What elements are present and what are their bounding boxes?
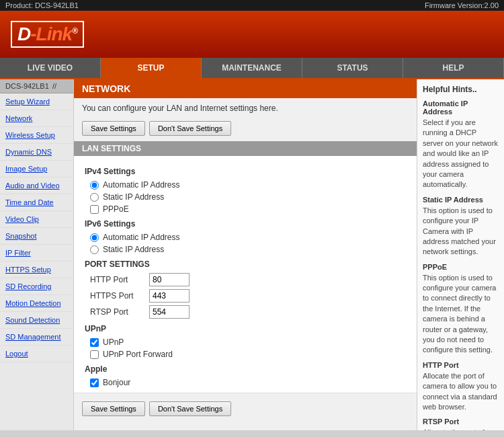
ipv6-static-label: Static IP Address (103, 245, 164, 254)
ipv4-auto-radio[interactable] (90, 181, 99, 190)
ipv4-options: Automatic IP Address Static IP Address P… (85, 180, 406, 214)
port-table: HTTP Port HTTPS Port RTSP Port (85, 273, 406, 319)
firmware-label: Firmware Version:2.00 (425, 1, 499, 9)
upnp-label: UPnP (103, 337, 124, 347)
sidebar-item-audio-and-video[interactable]: Audio and Video (0, 177, 73, 194)
sidebar-item-image-setup[interactable]: Image Setup (0, 161, 73, 177)
http-port-label: HTTP Port (90, 275, 144, 284)
ipv6-title: IPv6 Settings (85, 219, 406, 229)
upnp-port-forward-label: UPnP Port Forward (103, 350, 173, 359)
logo-tm: ® (72, 26, 77, 36)
sidebar-item-sound-detection[interactable]: Sound Detection (0, 312, 73, 329)
dont-save-settings-top[interactable]: Don't Save Settings (149, 121, 231, 136)
help-auto-ip-title: Automatic IP Address (423, 100, 499, 116)
content-header: NETWORK (74, 79, 417, 98)
logo: D-Link® (11, 21, 84, 48)
sidebar-item-sd-recording[interactable]: SD Recording (0, 278, 73, 295)
port-settings-title: PORT SETTINGS (85, 260, 406, 269)
upnp-port-forward-checkbox[interactable] (90, 350, 99, 359)
upnp-title: UPnP (85, 324, 406, 333)
nav-tabs: LIVE VIDEO SETUP MAINTENANCE STATUS HELP (0, 58, 504, 79)
sidebar-item-logout[interactable]: Logout (0, 346, 73, 362)
help-auto-ip-text: Select if you are running a DHCP server … (423, 118, 499, 190)
sidebar: DCS-942LB1 // Setup Wizard Network Wirel… (0, 79, 74, 430)
upnp-port-forward-option[interactable]: UPnP Port Forward (90, 350, 406, 359)
rtsp-port-row: RTSP Port (90, 305, 406, 319)
help-pppoe-text: This option is used to configure your ca… (423, 273, 499, 356)
ipv6-static-radio[interactable] (90, 245, 99, 254)
bonjour-label: Bonjour (103, 378, 130, 387)
sidebar-item-https-setup[interactable]: HTTPS Setup (0, 262, 73, 278)
sidebar-item-setup-wizard[interactable]: Setup Wizard (0, 93, 73, 110)
sidebar-item-time-and-date[interactable]: Time and Date (0, 194, 73, 211)
apple-title: Apple (85, 364, 406, 374)
logo-d: D (17, 24, 30, 44)
help-static-ip-title: Static IP Address (423, 196, 499, 204)
tab-maintenance[interactable]: MAINTENANCE (202, 58, 302, 78)
tab-setup[interactable]: SETUP (101, 58, 202, 78)
tab-live-video[interactable]: LIVE VIDEO (0, 58, 101, 78)
ipv4-auto-option[interactable]: Automatic IP Address (90, 180, 406, 190)
bonjour-option[interactable]: Bonjour (90, 378, 406, 387)
tab-help[interactable]: HELP (403, 58, 504, 78)
help-http-port-text: Allocate the port of camera to allow you… (423, 371, 499, 413)
http-port-input[interactable] (149, 273, 190, 286)
ipv4-pppoe-option[interactable]: PPPoE (90, 204, 406, 214)
ipv6-options: Automatic IP Address Static IP Address (85, 233, 406, 254)
apple-options: Bonjour (85, 378, 406, 387)
top-button-row: Save Settings Don't Save Settings (74, 118, 417, 141)
ipv6-auto-radio[interactable] (90, 233, 99, 242)
sidebar-item-ip-filter[interactable]: IP Filter (0, 245, 73, 262)
upnp-checkbox[interactable] (90, 338, 99, 347)
rtsp-port-label: RTSP Port (90, 307, 144, 317)
https-port-input[interactable] (149, 289, 190, 303)
sidebar-item-sd-management[interactable]: SD Management (0, 329, 73, 346)
ipv4-pppoe-label: PPPoE (103, 204, 129, 214)
http-port-row: HTTP Port (90, 273, 406, 286)
ipv4-auto-label: Automatic IP Address (103, 180, 180, 190)
tab-status[interactable]: STATUS (302, 58, 403, 78)
help-panel: Helpful Hints.. Automatic IP Address Sel… (417, 79, 504, 430)
https-port-row: HTTPS Port (90, 289, 406, 303)
product-label: Product: DCS-942LB1 (5, 1, 79, 9)
help-rtsp-port-text: Allocate the port of camera to allow you… (423, 428, 499, 430)
ipv4-static-label: Static IP Address (103, 192, 164, 202)
help-static-ip-text: This option is used to configure your IP… (423, 206, 499, 257)
rtsp-port-input[interactable] (149, 305, 190, 319)
upnp-options: UPnP UPnP Port Forward (85, 337, 406, 359)
bonjour-checkbox[interactable] (90, 379, 99, 387)
sidebar-item-snapshot[interactable]: Snapshot (0, 228, 73, 245)
help-pppoe-title: PPPoE (423, 263, 499, 271)
ipv6-static-option[interactable]: Static IP Address (90, 245, 406, 254)
lan-settings-content: IPv4 Settings Automatic IP Address Stati… (74, 156, 417, 393)
dont-save-settings-bottom[interactable]: Don't Save Settings (149, 401, 231, 416)
upnp-option[interactable]: UPnP (90, 337, 406, 347)
main-layout: DCS-942LB1 // Setup Wizard Network Wirel… (0, 79, 504, 430)
logo-link: -Link (30, 24, 72, 44)
help-title: Helpful Hints.. (423, 85, 499, 94)
bottom-button-row: Save Settings Don't Save Settings (74, 399, 417, 422)
ipv4-static-radio[interactable] (90, 193, 99, 202)
sidebar-item-motion-detection[interactable]: Motion Detection (0, 295, 73, 312)
top-bar: Product: DCS-942LB1 Firmware Version:2.0… (0, 0, 504, 11)
ipv6-auto-label: Automatic IP Address (103, 233, 180, 242)
content-description: You can configure your LAN and Internet … (74, 98, 417, 118)
header: D-Link® (0, 11, 504, 58)
https-port-label: HTTPS Port (90, 291, 144, 301)
sidebar-crumb: DCS-942LB1 // (0, 79, 73, 93)
sidebar-item-dynamic-dns[interactable]: Dynamic DNS (0, 144, 73, 161)
help-http-port-title: HTTP Port (423, 361, 499, 369)
ipv4-pppoe-checkbox[interactable] (90, 205, 99, 214)
ipv4-title: IPv4 Settings (85, 167, 406, 176)
ipv6-auto-option[interactable]: Automatic IP Address (90, 233, 406, 242)
content-area: NETWORK You can configure your LAN and I… (74, 79, 417, 430)
save-settings-bottom[interactable]: Save Settings (82, 401, 145, 416)
save-settings-top[interactable]: Save Settings (82, 121, 145, 136)
sidebar-item-video-clip[interactable]: Video Clip (0, 211, 73, 228)
lan-settings-header: LAN SETTINGS (74, 141, 417, 156)
ipv4-static-option[interactable]: Static IP Address (90, 192, 406, 202)
help-rtsp-port-title: RTSP Port (423, 418, 499, 426)
sidebar-item-network[interactable]: Network (0, 110, 73, 127)
sidebar-item-wireless-setup[interactable]: Wireless Setup (0, 127, 73, 144)
